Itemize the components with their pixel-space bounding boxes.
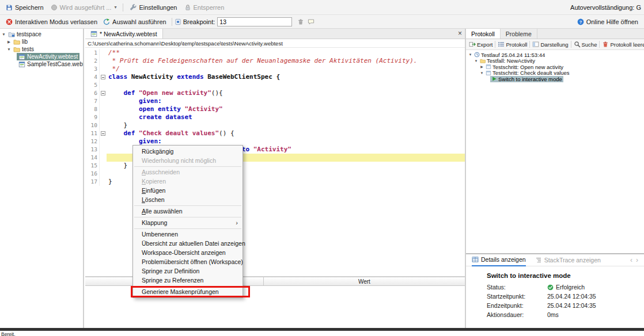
fold-marker[interactable] — [99, 89, 107, 97]
log-tree-item-body[interactable]: Testfall: NewActivity — [479, 58, 536, 64]
menu-item[interactable]: Übersicht zur aktuellen Datei anzeigen — [133, 239, 243, 248]
line-number[interactable]: 7 — [85, 97, 99, 105]
comment-bubble-button[interactable] — [306, 17, 316, 26]
details-value-text: 0ms — [547, 311, 559, 318]
code-line[interactable]: 4class NewActivity extends BaseWebClient… — [85, 73, 465, 81]
collapsed-arrow-icon[interactable]: ▶ — [479, 64, 484, 70]
online-help-button[interactable]: ? Online Hilfe öffnen — [574, 17, 641, 26]
tree-item[interactable]: ▶lib — [0, 38, 83, 45]
run-selection-button[interactable]: Auswahl ausführen — [100, 17, 169, 26]
unlock-button[interactable]: Entsperren — [181, 3, 228, 12]
log-tree-item[interactable]: ▼Testschritt: Check deault values — [466, 70, 644, 77]
leave-interactive-mode-button[interactable]: Interaktiven Modus verlassen — [3, 17, 100, 26]
tree-item[interactable]: SampleTestCase.webtest — [0, 60, 83, 68]
menu-item[interactable]: Löschen — [133, 195, 243, 204]
log-tree-item[interactable]: ▶Testschritt: Open new activity — [466, 64, 644, 70]
log-tree-item[interactable]: ▼Testlauf 25.04.24 11:53:44 — [466, 52, 644, 58]
log-toolbar-search-button[interactable]: Suche — [573, 40, 598, 48]
line-number[interactable]: 2 — [85, 57, 99, 65]
menu-item[interactable]: Generiere Maskenprüfungen — [133, 287, 243, 296]
line-number[interactable]: 11 — [85, 129, 99, 138]
menu-item[interactable]: Einfügen — [133, 186, 243, 195]
expanded-arrow-icon[interactable]: ▼ — [473, 58, 479, 64]
menu-item[interactable]: Springe zur Definition — [133, 266, 243, 276]
table-column-header[interactable]: Wert — [264, 277, 465, 285]
code-line[interactable]: 8 open entity "Activity" — [85, 105, 465, 113]
wrench-icon — [130, 4, 137, 11]
line-number[interactable]: 5 — [85, 81, 99, 89]
menu-item[interactable]: Workspace-Übersicht anzeigen — [133, 248, 243, 257]
line-number[interactable]: 14 — [85, 154, 99, 162]
menu-item[interactable]: Problemübersicht öffnen (Workspace) — [133, 257, 243, 266]
log-toolbar-list-button[interactable]: Protokoll — [497, 40, 528, 48]
code-line[interactable]: 12 given: — [85, 138, 465, 146]
menu-item[interactable]: Rückgängig — [133, 147, 243, 156]
line-number[interactable]: 9 — [85, 113, 99, 121]
code-line[interactable]: 11 def "Check deault values"() { — [85, 129, 465, 138]
gutter-space — [99, 49, 107, 57]
line-number[interactable]: 8 — [85, 105, 99, 113]
expanded-arrow-icon[interactable]: ▼ — [6, 45, 12, 53]
tree-item[interactable]: ▼testspace — [0, 30, 83, 38]
tree-item-body[interactable]: testspace — [6, 30, 43, 38]
log-tree-item-body[interactable]: Testschritt: Open new activity — [484, 64, 565, 70]
fold-marker[interactable] — [99, 129, 107, 138]
line-number[interactable]: 4 — [85, 73, 99, 81]
code-line[interactable]: 6 def "Open new activity"(){ — [85, 89, 465, 97]
menu-item[interactable]: Klappung› — [133, 218, 243, 227]
delete-breakpoint-button[interactable] — [296, 17, 306, 26]
line-number[interactable]: 17 — [85, 178, 99, 186]
tree-item[interactable]: ▼tests — [0, 45, 83, 53]
line-number[interactable]: 15 — [85, 162, 99, 170]
code-line[interactable]: 9 create dataset — [85, 113, 465, 121]
fold-marker[interactable] — [99, 73, 107, 81]
log-toolbar-layout-button[interactable]: Darstellung — [531, 40, 569, 48]
tree-item-body[interactable]: tests — [12, 45, 36, 53]
expanded-arrow-icon[interactable]: ▼ — [468, 52, 473, 58]
log-tree-item-body[interactable]: Testschritt: Check deault values — [484, 70, 571, 77]
log-tree-item-body[interactable]: Switch to interactive mode — [490, 76, 563, 82]
code-line[interactable]: 5 — [85, 81, 465, 89]
line-number[interactable]: 3 — [85, 65, 99, 73]
line-number[interactable]: 12 — [85, 138, 99, 146]
line-number[interactable]: 13 — [85, 146, 99, 154]
code-line[interactable]: 3 */ — [85, 65, 465, 73]
expanded-arrow-icon[interactable]: ▼ — [1, 30, 6, 38]
log-toolbar-clear-button[interactable]: Protokoll leeren — [601, 40, 644, 48]
dropdown-caret-icon[interactable]: ▾ — [114, 5, 116, 10]
prev-step-icon[interactable]: ‹ — [630, 256, 632, 264]
tab-details-anzeigen[interactable]: Details anzeigen — [472, 254, 526, 266]
menu-item[interactable]: Umbenennen — [133, 230, 243, 239]
log-toolbar-export-button[interactable]: Export — [468, 40, 494, 48]
line-number[interactable]: 6 — [85, 89, 99, 97]
tree-item[interactable]: NewActivity.webtest — [0, 53, 83, 60]
collapsed-arrow-icon[interactable]: ▶ — [6, 38, 12, 45]
code-line[interactable]: 7 given: — [85, 97, 465, 105]
code-line[interactable]: 10 } — [85, 121, 465, 129]
line-number[interactable]: 16 — [85, 170, 99, 178]
log-tree-item[interactable]: ▼Testfall: NewActivity — [466, 58, 644, 64]
running-status-button[interactable]: Wird ausgeführt ...▾ — [48, 3, 120, 12]
tab-stacktrace-anzeigen[interactable]: StackTrace anzeigen — [535, 254, 601, 266]
menu-item[interactable]: Alle auswählen — [133, 207, 243, 216]
log-tree-item[interactable]: Switch to interactive mode — [466, 76, 644, 82]
tab-protokoll[interactable]: Protokoll — [466, 29, 501, 39]
line-number[interactable]: 1 — [85, 49, 99, 57]
next-step-icon[interactable]: › — [636, 256, 638, 264]
save-button[interactable]: Speichern — [3, 3, 47, 12]
expanded-arrow-icon[interactable]: ▼ — [479, 70, 484, 77]
log-tree-item-body[interactable]: Testlauf 25.04.24 11:53:44 — [473, 52, 546, 58]
code-text: def "Check deault values"() { — [107, 129, 465, 138]
tree-item-body[interactable]: NewActivity.webtest — [17, 53, 79, 60]
settings-button[interactable]: Einstellungen — [127, 3, 180, 12]
tree-item-body[interactable]: lib — [12, 38, 29, 45]
code-line[interactable]: 1/** — [85, 49, 465, 57]
editor-tab[interactable]: * NewActivity.webtest — [85, 29, 163, 39]
tab-probleme[interactable]: Probleme — [501, 29, 537, 39]
tree-item-body[interactable]: SampleTestCase.webtest — [17, 60, 84, 68]
close-icon[interactable]: × — [458, 29, 462, 37]
breakpoint-input[interactable] — [217, 17, 292, 26]
line-number[interactable]: 10 — [85, 121, 99, 129]
menu-item[interactable]: Springe zu Referenzen — [133, 276, 243, 285]
code-line[interactable]: 2 * Prüft die Feldeigenschaften auf der … — [85, 57, 465, 65]
